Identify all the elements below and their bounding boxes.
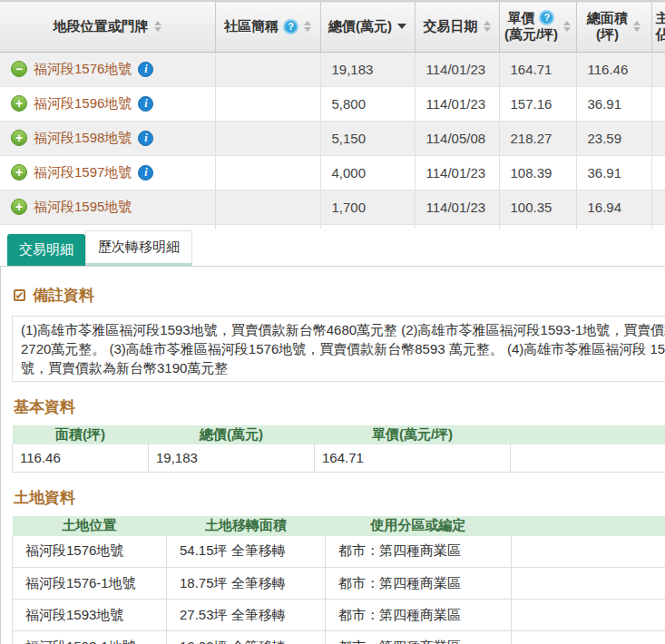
listing-header-row: 地段位置或門牌 社區簡稱 ? 總價(萬元) 交易日期 xyxy=(0,1,665,52)
info-icon[interactable]: i xyxy=(138,131,153,146)
unit-price-cell: 157.16 xyxy=(499,86,576,121)
basic-header-total-price: 總價(萬元) xyxy=(149,425,315,444)
land-info-table: 土地位置 土地移轉面積 使用分區或編定 福河段1576地號 54.15坪 全筆移… xyxy=(12,516,665,644)
basic-total-price-value: 19,183 xyxy=(149,444,315,472)
land-section-heading: 土地資料 xyxy=(14,487,665,508)
land-filler-cell xyxy=(512,568,665,600)
info-icon[interactable]: i xyxy=(138,165,153,181)
location-link[interactable]: 福河段1576地號 xyxy=(34,61,132,78)
col-header-main-building-ratio[interactable]: 主建物 佔比 xyxy=(651,1,665,52)
basic-value-row: 116.46 19,183 164.71 xyxy=(13,444,665,472)
basic-header-unit-price: 單價(萬元/坪) xyxy=(315,425,511,444)
col-header-label2: (坪) xyxy=(596,26,619,44)
community-cell xyxy=(215,190,320,224)
tab-transaction-detail[interactable]: 交易明細 xyxy=(7,234,85,266)
ratio-cell xyxy=(651,52,665,86)
col-header-area[interactable]: 總面積 (坪) xyxy=(576,1,651,52)
basic-header-row: 面積(坪) 總價(萬元) 單價(萬元/坪) xyxy=(13,425,665,444)
col-header-community[interactable]: 社區簡稱 ? xyxy=(215,1,320,52)
land-row: 福河段1576-1地號 18.75坪 全筆移轉 都市：第四種商業區 xyxy=(13,568,665,600)
land-row: 福河段1593-1地號 16.03坪 全筆移轉 都市：第四種商業區 xyxy=(13,631,665,644)
unit-price-cell: 108.39 xyxy=(499,155,576,190)
area-cell: 23.59 xyxy=(576,121,651,155)
table-row: − 福河段1576地號 i 19,183 114/01/23 164.71 11… xyxy=(0,52,665,86)
total-price-cell: 5,150 xyxy=(320,121,415,155)
help-icon[interactable]: ? xyxy=(283,19,298,34)
land-zoning: 都市：第四種商業區 xyxy=(326,631,512,644)
community-cell xyxy=(215,121,320,155)
community-cell xyxy=(215,52,320,86)
expand-row-button[interactable]: + xyxy=(11,164,27,181)
col-header-label: 主建物 xyxy=(656,10,665,27)
listing-table: 地段位置或門牌 社區簡稱 ? 總價(萬元) 交易日期 xyxy=(0,0,665,229)
date-cell: 114/01/23 xyxy=(415,86,499,121)
col-header-unit-price[interactable]: 單價 ? (萬元/坪) xyxy=(499,1,576,52)
help-icon[interactable]: ? xyxy=(539,10,554,25)
col-header-label: 總價(萬元) xyxy=(328,18,392,35)
listing-table-wrap: 地段位置或門牌 社區簡稱 ? 總價(萬元) 交易日期 xyxy=(0,0,665,229)
col-header-label: 交易日期 xyxy=(424,18,478,35)
total-price-cell: 5,800 xyxy=(320,86,415,121)
land-header-transfer-area: 土地移轉面積 xyxy=(167,516,326,536)
sort-icon[interactable] xyxy=(484,21,491,32)
total-price-cell: 19,183 xyxy=(320,52,415,86)
location-link[interactable]: 福河段1596地號 xyxy=(34,95,132,112)
sort-icon[interactable] xyxy=(154,21,161,32)
info-icon[interactable]: i xyxy=(138,96,153,112)
tab-transfer-history[interactable]: 歷次轉移明細 xyxy=(85,230,192,266)
col-header-location[interactable]: 地段位置或門牌 xyxy=(0,1,215,52)
sort-desc-icon[interactable] xyxy=(397,24,406,29)
date-cell: 114/01/23 xyxy=(415,190,499,224)
land-row: 福河段1576地號 54.15坪 全筆移轉 都市：第四種商業區 xyxy=(13,536,665,568)
location-link[interactable]: 福河段1595地號 xyxy=(34,199,132,216)
expand-row-button[interactable]: + xyxy=(11,199,27,215)
land-zoning: 都市：第四種商業區 xyxy=(326,600,512,631)
notes-section-heading: ✔ 備註資料 xyxy=(14,285,665,306)
basic-header-filler xyxy=(511,425,665,444)
land-location: 福河段1576-1地號 xyxy=(13,568,167,600)
table-row: + 福河段1598地號 i 5,150 114/05/08 218.27 23.… xyxy=(0,121,665,155)
land-transfer-area: 54.15坪 全筆移轉 xyxy=(167,536,326,568)
basic-area-value: 116.46 xyxy=(13,444,149,472)
basic-info-table: 面積(坪) 總價(萬元) 單價(萬元/坪) 116.46 19,183 164.… xyxy=(12,425,665,473)
location-link[interactable]: 福河段1597地號 xyxy=(34,164,132,181)
land-location: 福河段1576地號 xyxy=(13,536,167,568)
land-location: 福河段1593-1地號 xyxy=(13,631,167,644)
date-cell: 114/05/08 xyxy=(415,121,499,155)
sort-icon[interactable] xyxy=(304,21,311,32)
col-header-date[interactable]: 交易日期 xyxy=(415,1,499,52)
land-transfer-area: 16.03坪 全筆移轉 xyxy=(167,631,326,644)
area-cell: 36.91 xyxy=(576,86,651,121)
collapse-row-button[interactable]: − xyxy=(11,61,27,77)
expand-row-button[interactable]: + xyxy=(11,95,27,112)
ratio-cell xyxy=(651,155,665,190)
land-zoning: 都市：第四種商業區 xyxy=(326,536,512,568)
col-header-label2: (萬元/坪) xyxy=(504,26,558,44)
col-header-total-price[interactable]: 總價(萬元) xyxy=(320,1,415,52)
sort-icon[interactable] xyxy=(563,21,571,32)
community-cell xyxy=(215,86,320,121)
land-filler-cell xyxy=(512,600,665,631)
location-link[interactable]: 福河段1598地號 xyxy=(34,130,132,147)
land-filler-cell xyxy=(512,631,665,644)
col-header-label: 地段位置或門牌 xyxy=(54,18,149,35)
land-header-row: 土地位置 土地移轉面積 使用分區或編定 xyxy=(13,516,665,536)
expand-row-button[interactable]: + xyxy=(11,130,27,146)
unit-price-cell: 100.35 xyxy=(499,190,576,224)
land-header-location: 土地位置 xyxy=(13,516,167,536)
area-cell: 36.91 xyxy=(576,155,651,190)
land-header-zoning: 使用分區或編定 xyxy=(326,516,512,536)
sort-icon[interactable] xyxy=(633,21,641,32)
col-header-label: 總面積 xyxy=(587,10,628,27)
table-row: + 福河段1597地號 i 4,000 114/01/23 108.39 36.… xyxy=(0,155,665,190)
info-icon[interactable]: i xyxy=(138,62,153,77)
transaction-detail-panel: ✔ 備註資料 (1)高雄市苓雅區福河段1593地號，買賣價款新台幣4680萬元整… xyxy=(0,266,665,644)
land-location: 福河段1593地號 xyxy=(13,600,167,631)
unit-price-cell: 218.27 xyxy=(499,121,576,155)
ratio-cell xyxy=(651,190,665,224)
total-price-cell: 4,000 xyxy=(320,155,415,190)
detail-tabs: 交易明細 歷次轉移明細 xyxy=(0,229,665,266)
ratio-cell xyxy=(651,121,665,155)
basic-section-heading: 基本資料 xyxy=(14,396,665,417)
land-transfer-area: 18.75坪 全筆移轉 xyxy=(167,568,326,600)
